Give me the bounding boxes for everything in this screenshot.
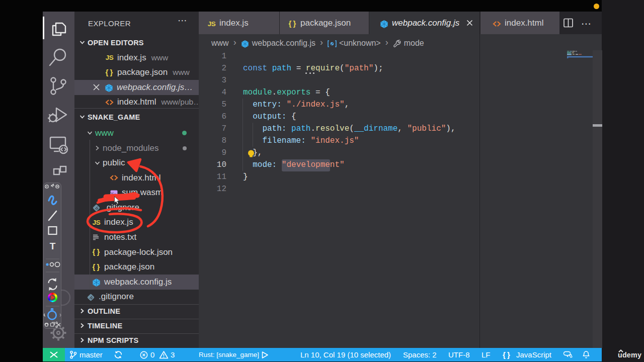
svg-text:T: T [50, 241, 56, 251]
